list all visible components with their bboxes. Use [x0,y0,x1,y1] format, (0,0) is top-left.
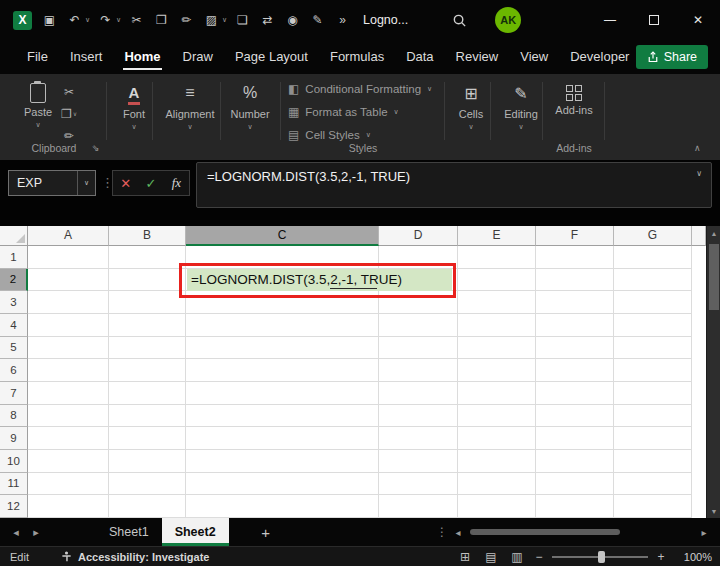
excel-logo-icon[interactable]: X [13,11,32,30]
formula-input[interactable]: =LOGNORM.DIST(3.5,2,-1, TRUE) ∨ [196,162,712,208]
grid-cell-B3[interactable] [109,291,186,314]
grid-cell-B10[interactable] [109,450,186,473]
column-header-g[interactable]: G [614,226,692,246]
select-all-corner[interactable] [0,226,28,246]
grid-cell-B2[interactable] [109,269,186,292]
search-icon[interactable] [452,13,467,28]
formula-text[interactable]: =LOGNORM.DIST(3.5,2,-1, TRUE) [197,163,711,190]
grid-cell-C12[interactable] [186,495,379,518]
dropdown-chevron-icon[interactable]: ∨ [220,16,229,24]
grid-cell-F4[interactable] [536,314,614,337]
grid-cell-D4[interactable] [379,314,458,337]
vertical-scrollbar[interactable]: ▲ ▼ [706,226,720,518]
grid-cell-G6[interactable] [614,359,692,382]
grid-cell-F5[interactable] [536,337,614,360]
row-header-11[interactable]: 11 [0,473,28,496]
collapse-ribbon-icon[interactable]: ∧ [694,143,701,153]
tab-review[interactable]: Review [445,40,510,74]
row-header-8[interactable]: 8 [0,405,28,428]
grid-cell-A5[interactable] [28,337,109,360]
tab-data[interactable]: Data [395,40,444,74]
scroll-up-icon[interactable]: ▲ [707,230,720,237]
grid-cell-A4[interactable] [28,314,109,337]
avatar[interactable]: AK [495,7,521,33]
copy-button[interactable]: ❐∨ [56,104,82,124]
grid-cell-C8[interactable] [186,405,379,428]
grid-cell-A6[interactable] [28,359,109,382]
horizontal-scrollbar[interactable]: ◂ ▸ [450,527,712,538]
grid-cell-G4[interactable] [614,314,692,337]
zoom-out-button[interactable]: − [530,550,548,564]
clipboard-dialog-launcher-icon[interactable]: ⇘ [92,143,100,153]
scroll-right-icon[interactable]: ▸ [696,527,712,538]
dropdown-chevron-icon[interactable]: ∨ [83,16,92,24]
grid-cell-F1[interactable] [536,246,614,269]
column-header-d[interactable]: D [379,226,458,246]
cells-group-button[interactable]: ⊞ Cells ∨ [448,81,494,131]
page-layout-view-icon[interactable]: ▤ [478,550,504,564]
tab-formulas[interactable]: Formulas [319,40,395,74]
grid-cell-D9[interactable] [379,427,458,450]
new-document-icon[interactable]: ❏ [230,7,255,33]
grid-cell-E6[interactable] [458,359,536,382]
row-header-2[interactable]: 2 [0,269,28,292]
save-icon[interactable]: ▣ [37,7,62,33]
zoom-slider[interactable] [552,556,648,558]
page-break-view-icon[interactable]: ▥ [504,550,530,564]
grid-cell-E2[interactable] [458,269,536,292]
sheet-nav-left-icon[interactable]: ◂ [6,526,26,539]
row-header-10[interactable]: 10 [0,450,28,473]
grid-cell-D8[interactable] [379,405,458,428]
grid-cell-F7[interactable] [536,382,614,405]
grid-cell-G3[interactable] [614,291,692,314]
grid-cell-A1[interactable] [28,246,109,269]
normal-view-icon[interactable]: ⊞ [452,550,478,564]
share-button[interactable]: Share [636,45,708,69]
close-button[interactable]: ✕ [676,0,720,40]
horizontal-scrollbar-track[interactable] [466,527,696,537]
grid-cell-B11[interactable] [109,473,186,496]
alignment-group-button[interactable]: ≡ Alignment ∨ [156,81,224,131]
font-group-button[interactable]: A Font ∨ [112,81,156,131]
grid-cell-F10[interactable] [536,450,614,473]
grid-cell-E10[interactable] [458,450,536,473]
format-as-table-button[interactable]: ▦ Format as Table ∨ [288,103,399,121]
grid-cell-B6[interactable] [109,359,186,382]
tab-file[interactable]: File [16,40,59,74]
grid-cell-F2[interactable] [536,269,614,292]
column-header-b[interactable]: B [109,226,186,246]
grid-cell-A9[interactable] [28,427,109,450]
grid-cell-E9[interactable] [458,427,536,450]
grid-cell-A2[interactable] [28,269,109,292]
column-header-a[interactable]: A [28,226,109,246]
row-header-9[interactable]: 9 [0,427,28,450]
scroll-down-icon[interactable]: ▼ [707,508,720,515]
grid-cell-A12[interactable] [28,495,109,518]
row-header-3[interactable]: 3 [0,291,28,314]
grid-cell-D11[interactable] [379,473,458,496]
addins-button[interactable]: Add-ins [548,81,600,116]
column-header-e[interactable]: E [458,226,536,246]
grid-cell-C5[interactable] [186,337,379,360]
grid-cell-G10[interactable] [614,450,692,473]
cut-button[interactable]: ✂ [60,82,78,102]
grid-cell-F11[interactable] [536,473,614,496]
grid-cell-F12[interactable] [536,495,614,518]
cancel-icon[interactable]: ✕ [113,171,138,195]
column-header-partial[interactable] [692,226,706,246]
copy-icon[interactable]: ❐ [149,7,174,33]
tab-home[interactable]: Home [113,40,171,74]
accessibility-status[interactable]: Accessibility: Investigate [78,551,209,563]
grid-cell-D7[interactable] [379,382,458,405]
switch-windows-icon[interactable]: ⇄ [255,7,280,33]
grid-cell-G8[interactable] [614,405,692,428]
zoom-in-button[interactable]: + [652,550,670,564]
tab-page-layout[interactable]: Page Layout [224,40,319,74]
tab-draw[interactable]: Draw [172,40,224,74]
dropdown-chevron-icon[interactable]: ∨ [114,16,123,24]
grid-cell-G12[interactable] [614,495,692,518]
scroll-left-icon[interactable]: ◂ [450,527,466,538]
grid-cell-B5[interactable] [109,337,186,360]
grid-cell-A10[interactable] [28,450,109,473]
grid-cell-C6[interactable] [186,359,379,382]
